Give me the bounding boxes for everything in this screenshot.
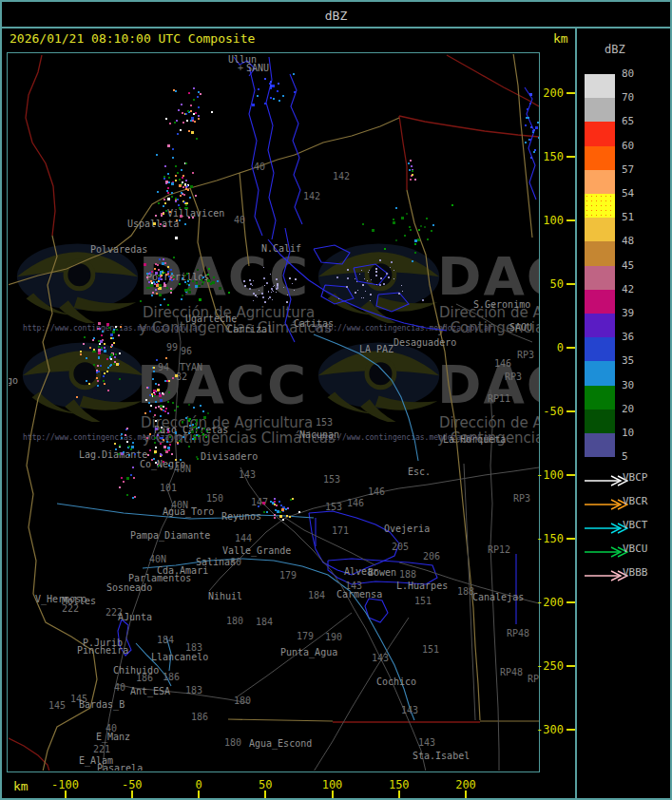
y-axis-tick-label: 0	[532, 341, 564, 354]
x-axis-tick-label: 100	[316, 778, 350, 791]
vector-label: VBBB	[623, 566, 648, 579]
y-axis-tick	[566, 219, 575, 221]
y-axis-tick-label: -250	[532, 659, 564, 673]
x-axis-tick-label: -100	[48, 778, 83, 791]
colorbar-label: 57	[622, 163, 634, 176]
x-axis-tick	[264, 790, 266, 798]
y-axis-tick	[566, 92, 575, 94]
vector-legend-row	[584, 496, 628, 507]
colorbar-label: 10	[622, 427, 634, 439]
x-axis-tick	[131, 790, 133, 798]
vector-label: VBCP	[623, 471, 648, 484]
vector-arrow-icon	[584, 499, 628, 510]
colorbar-label: 39	[622, 307, 634, 319]
colorbar-swatch	[585, 98, 615, 122]
x-axis-tick-label: 150	[382, 778, 416, 791]
y-axis-tick	[566, 665, 575, 667]
colorbar-label: 42	[622, 283, 634, 295]
x-axis-tick	[332, 790, 334, 798]
colorbar-label: 36	[622, 331, 634, 343]
colorbar-swatch	[585, 146, 615, 170]
colorbar-swatch	[585, 386, 615, 410]
titlebar-divider	[2, 27, 670, 29]
colorbar-label: 5	[622, 450, 628, 463]
vector-label: VBCR	[623, 495, 648, 507]
colorbar-label: 65	[622, 115, 634, 127]
y-axis-tick-label: -100	[532, 468, 564, 482]
y-axis-tick-label: 200	[532, 86, 564, 100]
colorbar-label: 30	[622, 378, 634, 390]
x-axis-tick	[65, 790, 67, 798]
vector-label: VBCT	[623, 519, 648, 531]
x-axis-tick	[465, 790, 467, 798]
x-axis-tick	[398, 790, 400, 798]
colorbar-swatch	[585, 170, 615, 194]
page-title: dBZ	[0, 9, 672, 23]
y-axis-tick	[566, 474, 575, 476]
colorbar-label: 80	[622, 67, 634, 80]
colorbar-swatch	[585, 218, 615, 241]
colorbar-swatch	[585, 194, 615, 218]
radar-map-viewport[interactable]	[7, 52, 540, 772]
radar-app-window: dBZ 2026/01/21 08:10:00 UTC Composite km…	[0, 0, 672, 800]
colorbar-swatch	[585, 266, 615, 290]
colorbar-label: 45	[622, 258, 634, 271]
colorbar-swatch	[585, 410, 615, 433]
vector-label: VBCU	[623, 543, 648, 555]
colorbar-label: 60	[622, 139, 634, 151]
colorbar-label: 20	[622, 403, 634, 415]
y-axis-tick	[566, 538, 575, 540]
colorbar-label: 48	[622, 235, 634, 247]
vector-arrow-icon	[584, 475, 628, 486]
y-axis-tick-label: -150	[532, 532, 564, 545]
colorbar-swatch	[585, 361, 615, 385]
y-axis-tick	[566, 156, 575, 158]
timestamp: 2026/01/21 08:10:00 UTC Composite	[10, 31, 255, 46]
y-axis-tick	[566, 729, 575, 731]
colorbar-swatch	[585, 337, 615, 361]
km-unit-bottom: km	[13, 779, 29, 793]
colorbar-swatch	[585, 433, 615, 457]
x-axis-tick	[198, 790, 200, 798]
x-axis-tick-label: -50	[115, 778, 149, 791]
vector-legend-row	[584, 543, 628, 555]
colorbar-label: 35	[622, 354, 634, 367]
y-axis-tick	[566, 410, 575, 412]
y-axis-tick-label: 150	[532, 150, 564, 163]
y-axis-tick-label: -200	[532, 596, 564, 609]
colorbar-swatch	[585, 241, 615, 265]
panel-divider	[575, 27, 577, 798]
y-axis-tick	[566, 283, 575, 285]
vector-legend-row	[584, 520, 628, 531]
y-axis-tick	[566, 347, 575, 349]
colorbar-label: 70	[622, 91, 634, 104]
colorbar-swatch	[585, 122, 615, 145]
x-axis-tick-label: 200	[449, 778, 483, 791]
vector-arrow-icon	[584, 523, 628, 534]
colorbar-swatch	[585, 290, 615, 314]
y-axis-tick	[566, 601, 575, 603]
vector-arrow-icon	[584, 570, 628, 581]
vector-arrow-icon	[584, 546, 628, 558]
vector-legend-row	[584, 567, 628, 579]
x-axis-tick-label: 50	[248, 778, 282, 791]
y-axis-tick-label: 100	[532, 214, 564, 227]
colorbar-label: 51	[622, 211, 634, 223]
y-axis-tick-label: 50	[532, 277, 564, 291]
y-axis-tick-label: -50	[532, 405, 564, 418]
vector-legend-row	[584, 472, 628, 484]
colorbar-swatch	[585, 74, 615, 98]
colorbar-swatch	[585, 314, 615, 337]
y-axis-tick-label: -300	[532, 723, 564, 736]
x-axis-tick-label: 0	[182, 778, 216, 791]
colorbar-label: 54	[622, 187, 634, 200]
km-unit-top: km	[553, 31, 568, 46]
colorbar-title: dBZ	[605, 43, 625, 56]
